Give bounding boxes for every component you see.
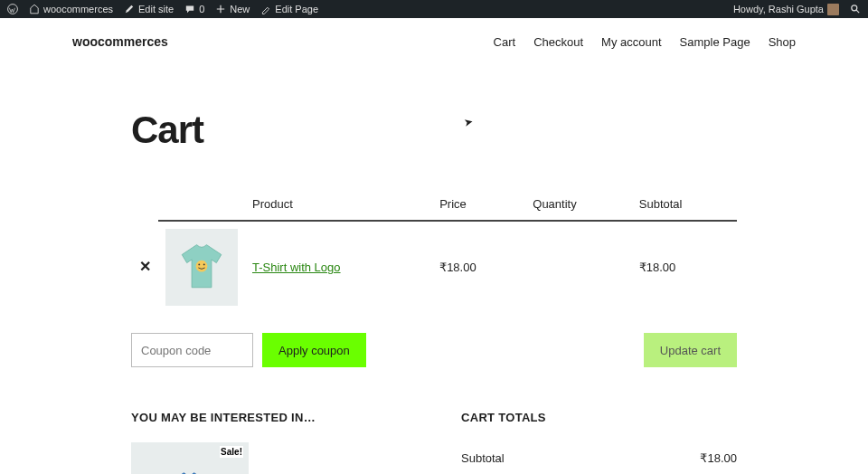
col-quantity: Quantity (525, 188, 632, 221)
col-product: Product (245, 188, 432, 221)
nav-checkout[interactable]: Checkout (533, 35, 583, 49)
edit-site-text: Edit site (138, 4, 174, 14)
comments-count: 0 (199, 4, 204, 14)
subtotal-label: Subtotal (461, 451, 505, 465)
nav-my-account[interactable]: My account (601, 35, 661, 49)
product-card[interactable]: Sale! (131, 442, 249, 474)
main-content: Cart Product Price Quantity Subtotal ✕ (0, 109, 868, 474)
col-subtotal: Subtotal (632, 188, 737, 221)
nav-cart[interactable]: Cart (494, 35, 516, 49)
site-name-text: woocommerces (43, 4, 113, 14)
tshirt-icon (162, 469, 216, 474)
remove-item-button[interactable]: ✕ (139, 260, 151, 274)
page-title: Cart (131, 109, 737, 152)
svg-point-0 (8, 5, 18, 14)
product-quantity (525, 221, 632, 313)
howdy-user-link[interactable]: Howdy, Rashi Gupta (733, 4, 839, 15)
avatar (827, 4, 839, 15)
tshirt-icon (175, 242, 228, 294)
cross-sells: YOU MAY BE INTERESTED IN… Sale! (131, 411, 407, 474)
product-thumbnail[interactable] (165, 229, 238, 306)
edit-page-link[interactable]: Edit Page (260, 4, 318, 14)
product-price: ₹18.00 (432, 221, 525, 313)
search-icon[interactable] (850, 4, 861, 14)
site-title[interactable]: woocommerces (72, 34, 168, 49)
svg-point-1 (852, 5, 857, 11)
edit-page-text: Edit Page (275, 4, 318, 14)
site-header: woocommerces Cart Checkout My account Sa… (0, 18, 868, 49)
new-content-link[interactable]: New (215, 4, 250, 14)
wp-admin-bar: woocommerces Edit site 0 New Edit Page H… (0, 0, 868, 18)
cart-actions: Apply coupon Update cart (131, 333, 737, 367)
admin-bar-right: Howdy, Rashi Gupta (733, 4, 861, 15)
product-name-link[interactable]: T-Shirt with Logo (252, 261, 341, 274)
cart-totals: CART TOTALS Subtotal ₹18.00 (461, 411, 737, 474)
howdy-text: Howdy, Rashi Gupta (733, 4, 824, 14)
col-thumb (158, 188, 245, 221)
product-subtotal: ₹18.00 (632, 221, 737, 313)
totals-subtotal-row: Subtotal ₹18.00 (461, 442, 737, 474)
svg-point-3 (198, 263, 200, 265)
admin-bar-left: woocommerces Edit site 0 New Edit Page (7, 4, 318, 14)
coupon-input[interactable] (131, 333, 253, 367)
nav-sample-page[interactable]: Sample Page (680, 35, 750, 49)
svg-point-4 (203, 263, 205, 265)
apply-coupon-button[interactable]: Apply coupon (262, 333, 366, 367)
nav-shop[interactable]: Shop (769, 35, 796, 49)
sale-badge: Sale! (220, 446, 243, 458)
coupon-section: Apply coupon (131, 333, 366, 367)
wp-logo-icon[interactable] (7, 4, 18, 14)
update-cart-button[interactable]: Update cart (644, 333, 737, 367)
comments-link[interactable]: 0 (184, 4, 204, 14)
table-row: ✕ T-Shirt with Logo ₹18.00 ₹18.00 (131, 221, 737, 313)
cart-totals-heading: CART TOTALS (461, 411, 737, 424)
primary-nav: Cart Checkout My account Sample Page Sho… (494, 35, 796, 49)
site-name-link[interactable]: woocommerces (29, 4, 113, 14)
edit-site-link[interactable]: Edit site (124, 4, 174, 14)
subtotal-value: ₹18.00 (700, 451, 737, 465)
col-price: Price (432, 188, 525, 221)
new-text: New (230, 4, 250, 14)
cross-sells-heading: YOU MAY BE INTERESTED IN… (131, 411, 407, 424)
svg-point-2 (196, 260, 208, 271)
cart-table: Product Price Quantity Subtotal ✕ (131, 188, 737, 313)
col-remove (131, 188, 158, 221)
cart-bottom-section: YOU MAY BE INTERESTED IN… Sale! CART TOT… (131, 411, 737, 474)
